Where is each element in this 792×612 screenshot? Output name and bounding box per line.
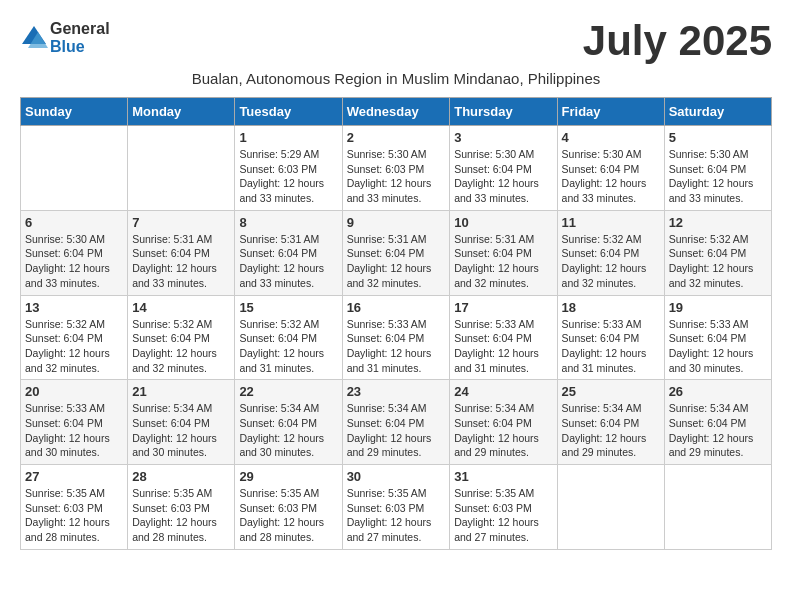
day-info: Sunrise: 5:31 AMSunset: 6:04 PMDaylight:… [347, 232, 446, 291]
day-info: Sunrise: 5:30 AMSunset: 6:04 PMDaylight:… [25, 232, 123, 291]
calendar-header-row: SundayMondayTuesdayWednesdayThursdayFrid… [21, 98, 772, 126]
day-info: Sunrise: 5:34 AMSunset: 6:04 PMDaylight:… [454, 401, 552, 460]
calendar-cell: 24Sunrise: 5:34 AMSunset: 6:04 PMDayligh… [450, 380, 557, 465]
day-info: Sunrise: 5:32 AMSunset: 6:04 PMDaylight:… [239, 317, 337, 376]
day-info: Sunrise: 5:35 AMSunset: 6:03 PMDaylight:… [347, 486, 446, 545]
calendar-cell: 21Sunrise: 5:34 AMSunset: 6:04 PMDayligh… [128, 380, 235, 465]
calendar-cell: 12Sunrise: 5:32 AMSunset: 6:04 PMDayligh… [664, 210, 771, 295]
day-number: 7 [132, 215, 230, 230]
day-number: 17 [454, 300, 552, 315]
calendar-cell: 29Sunrise: 5:35 AMSunset: 6:03 PMDayligh… [235, 465, 342, 550]
calendar-cell: 14Sunrise: 5:32 AMSunset: 6:04 PMDayligh… [128, 295, 235, 380]
calendar-cell: 15Sunrise: 5:32 AMSunset: 6:04 PMDayligh… [235, 295, 342, 380]
weekday-header-friday: Friday [557, 98, 664, 126]
page-header: General Blue July 2025 [20, 20, 772, 62]
calendar-cell: 19Sunrise: 5:33 AMSunset: 6:04 PMDayligh… [664, 295, 771, 380]
day-number: 31 [454, 469, 552, 484]
day-number: 18 [562, 300, 660, 315]
day-info: Sunrise: 5:31 AMSunset: 6:04 PMDaylight:… [239, 232, 337, 291]
calendar-cell: 1Sunrise: 5:29 AMSunset: 6:03 PMDaylight… [235, 126, 342, 211]
subtitle: Bualan, Autonomous Region in Muslim Mind… [20, 70, 772, 87]
day-info: Sunrise: 5:29 AMSunset: 6:03 PMDaylight:… [239, 147, 337, 206]
logo: General Blue [20, 20, 110, 56]
day-info: Sunrise: 5:31 AMSunset: 6:04 PMDaylight:… [132, 232, 230, 291]
calendar-cell: 2Sunrise: 5:30 AMSunset: 6:03 PMDaylight… [342, 126, 450, 211]
day-info: Sunrise: 5:32 AMSunset: 6:04 PMDaylight:… [562, 232, 660, 291]
logo-blue: Blue [50, 38, 85, 55]
day-number: 9 [347, 215, 446, 230]
calendar-cell: 13Sunrise: 5:32 AMSunset: 6:04 PMDayligh… [21, 295, 128, 380]
day-number: 19 [669, 300, 767, 315]
day-info: Sunrise: 5:35 AMSunset: 6:03 PMDaylight:… [132, 486, 230, 545]
calendar-cell: 7Sunrise: 5:31 AMSunset: 6:04 PMDaylight… [128, 210, 235, 295]
day-info: Sunrise: 5:34 AMSunset: 6:04 PMDaylight:… [347, 401, 446, 460]
logo-general: General [50, 20, 110, 37]
day-number: 2 [347, 130, 446, 145]
month-year: July 2025 [583, 20, 772, 62]
calendar-cell: 23Sunrise: 5:34 AMSunset: 6:04 PMDayligh… [342, 380, 450, 465]
calendar-cell [664, 465, 771, 550]
day-number: 25 [562, 384, 660, 399]
day-number: 27 [25, 469, 123, 484]
day-info: Sunrise: 5:32 AMSunset: 6:04 PMDaylight:… [132, 317, 230, 376]
day-number: 24 [454, 384, 552, 399]
calendar-cell: 11Sunrise: 5:32 AMSunset: 6:04 PMDayligh… [557, 210, 664, 295]
day-info: Sunrise: 5:30 AMSunset: 6:03 PMDaylight:… [347, 147, 446, 206]
day-number: 23 [347, 384, 446, 399]
day-number: 1 [239, 130, 337, 145]
day-number: 6 [25, 215, 123, 230]
logo-icon [20, 24, 48, 52]
day-number: 10 [454, 215, 552, 230]
day-info: Sunrise: 5:35 AMSunset: 6:03 PMDaylight:… [239, 486, 337, 545]
day-info: Sunrise: 5:34 AMSunset: 6:04 PMDaylight:… [669, 401, 767, 460]
calendar-cell: 8Sunrise: 5:31 AMSunset: 6:04 PMDaylight… [235, 210, 342, 295]
day-info: Sunrise: 5:33 AMSunset: 6:04 PMDaylight:… [25, 401, 123, 460]
weekday-header-monday: Monday [128, 98, 235, 126]
calendar-week-row: 1Sunrise: 5:29 AMSunset: 6:03 PMDaylight… [21, 126, 772, 211]
calendar-cell: 20Sunrise: 5:33 AMSunset: 6:04 PMDayligh… [21, 380, 128, 465]
calendar-cell: 27Sunrise: 5:35 AMSunset: 6:03 PMDayligh… [21, 465, 128, 550]
day-number: 14 [132, 300, 230, 315]
day-info: Sunrise: 5:30 AMSunset: 6:04 PMDaylight:… [669, 147, 767, 206]
calendar-cell: 9Sunrise: 5:31 AMSunset: 6:04 PMDaylight… [342, 210, 450, 295]
calendar-week-row: 6Sunrise: 5:30 AMSunset: 6:04 PMDaylight… [21, 210, 772, 295]
calendar-week-row: 20Sunrise: 5:33 AMSunset: 6:04 PMDayligh… [21, 380, 772, 465]
day-info: Sunrise: 5:35 AMSunset: 6:03 PMDaylight:… [454, 486, 552, 545]
weekday-header-saturday: Saturday [664, 98, 771, 126]
day-number: 16 [347, 300, 446, 315]
day-info: Sunrise: 5:30 AMSunset: 6:04 PMDaylight:… [562, 147, 660, 206]
day-number: 30 [347, 469, 446, 484]
calendar-cell: 16Sunrise: 5:33 AMSunset: 6:04 PMDayligh… [342, 295, 450, 380]
calendar-cell [21, 126, 128, 211]
calendar-cell: 22Sunrise: 5:34 AMSunset: 6:04 PMDayligh… [235, 380, 342, 465]
calendar-cell: 6Sunrise: 5:30 AMSunset: 6:04 PMDaylight… [21, 210, 128, 295]
day-info: Sunrise: 5:33 AMSunset: 6:04 PMDaylight:… [454, 317, 552, 376]
weekday-header-tuesday: Tuesday [235, 98, 342, 126]
day-number: 3 [454, 130, 552, 145]
calendar-cell: 17Sunrise: 5:33 AMSunset: 6:04 PMDayligh… [450, 295, 557, 380]
day-number: 13 [25, 300, 123, 315]
weekday-header-sunday: Sunday [21, 98, 128, 126]
day-info: Sunrise: 5:30 AMSunset: 6:04 PMDaylight:… [454, 147, 552, 206]
calendar-cell: 30Sunrise: 5:35 AMSunset: 6:03 PMDayligh… [342, 465, 450, 550]
calendar-cell [128, 126, 235, 211]
calendar-table: SundayMondayTuesdayWednesdayThursdayFrid… [20, 97, 772, 550]
day-info: Sunrise: 5:33 AMSunset: 6:04 PMDaylight:… [669, 317, 767, 376]
calendar-cell: 4Sunrise: 5:30 AMSunset: 6:04 PMDaylight… [557, 126, 664, 211]
day-number: 8 [239, 215, 337, 230]
day-number: 12 [669, 215, 767, 230]
day-info: Sunrise: 5:35 AMSunset: 6:03 PMDaylight:… [25, 486, 123, 545]
day-info: Sunrise: 5:34 AMSunset: 6:04 PMDaylight:… [239, 401, 337, 460]
calendar-cell: 5Sunrise: 5:30 AMSunset: 6:04 PMDaylight… [664, 126, 771, 211]
weekday-header-wednesday: Wednesday [342, 98, 450, 126]
calendar-cell [557, 465, 664, 550]
calendar-cell: 26Sunrise: 5:34 AMSunset: 6:04 PMDayligh… [664, 380, 771, 465]
calendar-week-row: 27Sunrise: 5:35 AMSunset: 6:03 PMDayligh… [21, 465, 772, 550]
calendar-cell: 28Sunrise: 5:35 AMSunset: 6:03 PMDayligh… [128, 465, 235, 550]
day-number: 5 [669, 130, 767, 145]
weekday-header-thursday: Thursday [450, 98, 557, 126]
day-number: 29 [239, 469, 337, 484]
day-number: 26 [669, 384, 767, 399]
day-info: Sunrise: 5:33 AMSunset: 6:04 PMDaylight:… [562, 317, 660, 376]
calendar-cell: 25Sunrise: 5:34 AMSunset: 6:04 PMDayligh… [557, 380, 664, 465]
